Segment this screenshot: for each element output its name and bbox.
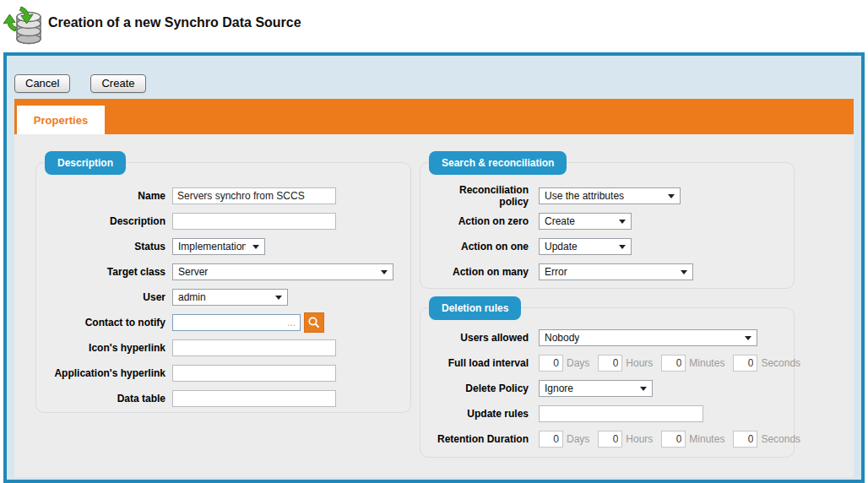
action-on-one-select-value: Update (545, 241, 578, 252)
action-on-many-select[interactable]: Error (539, 263, 693, 280)
target-class-select-value: Server (178, 266, 208, 278)
action-on-one-row: Action on one Update (427, 238, 787, 255)
status-select[interactable]: Implementation (172, 238, 265, 255)
application-hyperlink-input[interactable] (172, 365, 336, 382)
tab-properties[interactable]: Properties (17, 106, 105, 134)
description-section-title: Description (45, 151, 126, 175)
full-load-interval-row: Full load interval Days Hours Minutes Se… (427, 355, 787, 372)
delete-policy-row: Delete Policy Ignore (427, 380, 787, 397)
reconciliation-policy-row: Reconciliation policy Use the attributes (427, 187, 787, 204)
minutes-unit-label: Minutes (689, 357, 724, 369)
contact-to-notify-input[interactable] (172, 314, 301, 331)
seconds-unit-label: Seconds (761, 357, 800, 369)
full-load-interval-label: Full load interval (427, 357, 529, 369)
minutes-unit-label: Minutes (689, 433, 724, 445)
hours-unit-label: Hours (626, 357, 653, 369)
contact-to-notify-row: Contact to notify ... (43, 314, 404, 331)
chevron-down-icon (619, 220, 626, 224)
chevron-down-icon (275, 296, 282, 300)
user-label: User (43, 291, 165, 303)
description-input[interactable] (172, 213, 336, 230)
retention-duration-row: Retention Duration Days Hours Minutes Se… (427, 431, 787, 448)
search-icon (307, 316, 321, 329)
create-button[interactable]: Create (90, 74, 145, 93)
target-class-select[interactable]: Server (172, 263, 393, 280)
chevron-down-icon (381, 270, 388, 274)
deletion-rules-section-title: Deletion rules (429, 296, 521, 320)
full-load-minutes-input[interactable] (661, 355, 686, 372)
data-table-input[interactable] (172, 390, 336, 407)
form-content: Description Name Description Status Impl… (14, 134, 854, 477)
reconciliation-policy-select[interactable]: Use the attributes (539, 187, 681, 204)
name-label: Name (43, 190, 165, 202)
icon-hyperlink-row: Icon's hyperlink (43, 339, 404, 356)
cancel-button[interactable]: Cancel (14, 74, 70, 93)
full-load-hours-input[interactable] (598, 355, 622, 372)
users-allowed-label: Users allowed (427, 332, 529, 344)
user-row: User admin (43, 289, 404, 306)
reconciliation-policy-select-value: Use the attributes (545, 190, 624, 202)
action-on-zero-select[interactable]: Create (539, 213, 632, 230)
icon-hyperlink-input[interactable] (172, 339, 336, 356)
name-input[interactable] (172, 187, 336, 204)
status-row: Status Implementation (43, 238, 404, 255)
full-load-seconds-input[interactable] (733, 355, 757, 372)
action-on-one-select[interactable]: Update (539, 238, 632, 255)
toolbar: Cancel Create (14, 74, 146, 93)
update-rules-row: Update rules (427, 405, 787, 422)
chevron-down-icon (668, 194, 675, 198)
data-table-row: Data table (43, 390, 404, 407)
page-header: Creation of a new Synchro Data Source (0, 0, 868, 52)
status-label: Status (43, 241, 165, 252)
user-select-value: admin (178, 291, 206, 303)
contact-to-notify-field: ... (172, 314, 301, 331)
target-class-label: Target class (43, 266, 165, 278)
data-table-label: Data table (43, 393, 165, 404)
page: Creation of a new Synchro Data Source Ca… (0, 0, 868, 483)
days-unit-label: Days (567, 433, 589, 445)
synchro-data-source-icon (3, 3, 46, 47)
chevron-down-icon (619, 245, 626, 249)
action-on-zero-row: Action on zero Create (427, 213, 787, 230)
reconciliation-policy-label: Reconciliation policy (427, 184, 529, 208)
icon-hyperlink-label: Icon's hyperlink (43, 342, 165, 354)
status-select-value: Implementation (178, 241, 246, 252)
action-on-many-row: Action on many Error (427, 263, 787, 280)
chevron-down-icon (745, 336, 751, 340)
description-label: Description (43, 215, 165, 227)
hours-unit-label: Hours (626, 433, 653, 445)
search-reconciliation-section: Search & reconciliation Reconciliation p… (420, 162, 795, 289)
user-select[interactable]: admin (172, 289, 288, 306)
days-unit-label: Days (567, 357, 589, 369)
users-allowed-row: Users allowed Nobody (427, 329, 787, 346)
delete-policy-select[interactable]: Ignore (539, 380, 653, 397)
retention-days-input[interactable] (539, 431, 563, 448)
retention-minutes-input[interactable] (661, 431, 686, 448)
action-on-one-label: Action on one (427, 241, 529, 252)
contact-to-notify-label: Contact to notify (43, 317, 165, 328)
page-title: Creation of a new Synchro Data Source (48, 15, 301, 30)
delete-policy-label: Delete Policy (427, 383, 529, 394)
application-hyperlink-row: Application's hyperlink (43, 365, 404, 382)
retention-seconds-input[interactable] (733, 431, 757, 448)
update-rules-label: Update rules (427, 408, 529, 420)
chevron-down-icon (252, 245, 259, 249)
description-row: Description (43, 213, 404, 230)
retention-duration-label: Retention Duration (427, 433, 529, 445)
users-allowed-select[interactable]: Nobody (539, 329, 757, 346)
chevron-down-icon (681, 270, 687, 274)
target-class-row: Target class Server (43, 263, 404, 280)
description-section: Description Name Description Status Impl… (35, 162, 411, 413)
seconds-unit-label: Seconds (761, 433, 800, 445)
search-reconciliation-section-title: Search & reconciliation (429, 151, 567, 175)
tab-bar: Properties (14, 99, 854, 134)
retention-hours-input[interactable] (598, 431, 622, 448)
action-on-zero-select-value: Create (545, 215, 575, 227)
chevron-down-icon (640, 387, 647, 391)
action-on-zero-label: Action on zero (427, 215, 529, 227)
tab-strip: Properties (14, 99, 854, 134)
delete-policy-select-value: Ignore (545, 383, 573, 394)
update-rules-input[interactable] (539, 405, 703, 422)
contact-search-button[interactable] (304, 312, 324, 333)
full-load-days-input[interactable] (539, 355, 563, 372)
